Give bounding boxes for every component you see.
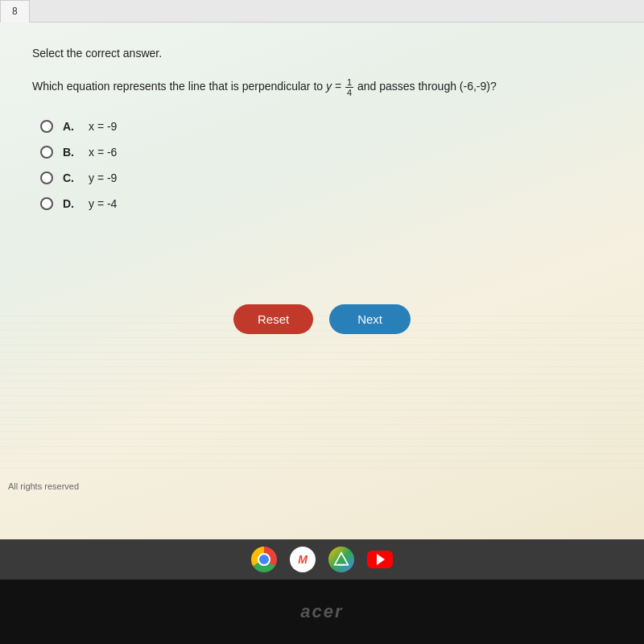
equation-y: y [326,80,335,93]
footer-text: All rights reserved [8,481,79,491]
options-container: A. x = -9 B. x = -6 C. y = -9 D. y = -4 [40,120,612,210]
fraction-numerator: 1 [345,77,353,88]
youtube-play-icon [377,554,385,565]
option-d[interactable]: D. y = -4 [40,197,612,210]
fraction-denominator: 4 [345,88,353,97]
fraction: 1 4 [345,77,353,97]
question-text: Which equation represents the line that … [32,77,612,97]
option-a-label: A. [63,120,79,133]
option-d-text: y = -4 [89,197,117,210]
drive-icon[interactable] [328,547,354,572]
option-b-text: x = -6 [89,146,117,159]
option-b[interactable]: B. x = -6 [40,146,612,159]
option-c-text: y = -9 [89,171,117,184]
gmail-icon[interactable]: M [290,547,316,572]
youtube-icon[interactable] [367,547,393,572]
radio-c[interactable] [40,171,53,184]
radio-a[interactable] [40,120,53,133]
option-c[interactable]: C. y = -9 [40,171,612,184]
next-button[interactable]: Next [329,304,411,334]
reset-button[interactable]: Reset [233,304,313,334]
tab-label: 8 [12,6,18,17]
youtube-bg [367,551,393,568]
question-text-before: Which equation represents the line that … [32,80,323,93]
svg-marker-0 [335,553,349,565]
instruction-text: Select the correct answer. [32,47,612,60]
option-d-label: D. [63,197,79,210]
gmail-letter: M [298,553,308,566]
drive-svg [333,551,349,568]
tab-bar: 8 [0,0,644,23]
tab[interactable]: 8 [0,0,30,23]
question-text-after: and passes through (-6,-9)? [357,80,497,93]
taskbar: M [0,539,644,580]
screen: 8 Select the correct answer. Which equat… [0,0,644,644]
option-a[interactable]: A. x = -9 [40,120,612,133]
radio-d[interactable] [40,197,53,210]
content-area: Select the correct answer. Which equatio… [0,23,644,539]
buttons-row: Reset Next [0,304,644,334]
radio-b[interactable] [40,146,53,159]
chrome-icon[interactable] [251,547,277,572]
bottom-bezel: acer [0,580,644,644]
equation-equals: = [335,80,341,93]
option-b-label: B. [63,146,79,159]
option-a-text: x = -9 [89,120,117,133]
brand-logo: acer [300,601,343,622]
option-c-label: C. [63,171,79,184]
